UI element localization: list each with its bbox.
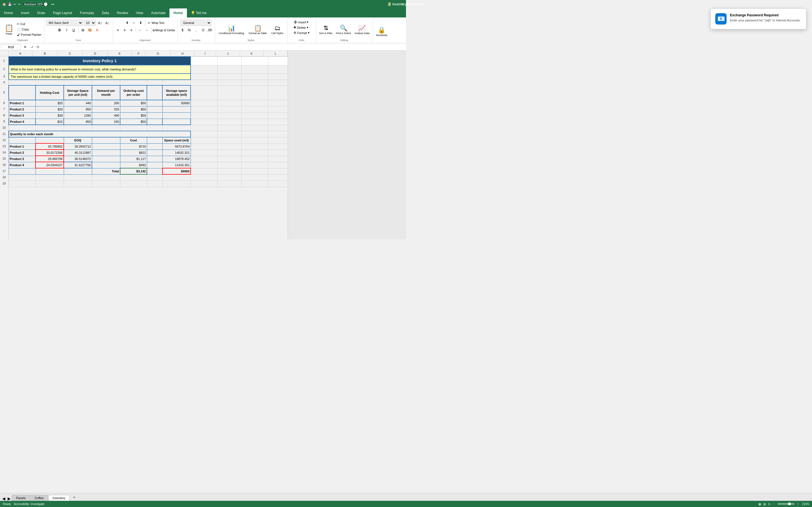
col-header-f[interactable]: F [132,51,146,56]
col-header-j[interactable]: J [216,51,240,56]
cell-i6[interactable] [217,100,241,106]
cell-k8[interactable] [268,112,288,119]
col-header-h[interactable]: H [170,51,195,56]
cell-c9[interactable]: 950 [64,119,92,125]
cell-j11[interactable] [241,131,268,137]
cell-b10[interactable] [36,125,64,131]
align-top-button[interactable]: ⬆ [124,20,130,26]
row-num-4[interactable]: 4 [0,79,8,85]
cell-h16[interactable] [191,162,217,168]
cell-c6[interactable]: 440 [64,100,92,106]
cell-h13[interactable] [191,144,217,150]
cell-d19[interactable] [92,180,120,187]
align-left-button[interactable]: ≡ [115,27,121,33]
cell-e5[interactable]: Ordering cost per order [120,86,147,100]
cell-a7[interactable]: Product 2 [9,106,36,112]
cell-j10[interactable] [241,125,268,131]
cell-f5[interactable] [147,86,162,100]
tab-home[interactable]: Home [0,8,17,17]
cell-h5[interactable] [191,86,217,100]
cell-a5[interactable] [9,86,36,100]
row-num-8[interactable]: 8 [0,112,8,118]
cell-i5[interactable] [217,86,241,100]
cell-k13[interactable] [268,144,288,150]
cell-j13[interactable] [241,144,268,150]
cell-e6[interactable]: $50 [120,100,147,106]
cell-b6[interactable]: $25 [36,100,64,106]
cell-i13[interactable] [217,144,241,150]
cell-h18[interactable] [191,174,217,180]
cell-a19[interactable] [9,180,36,187]
cell-j18[interactable] [241,174,268,180]
cell-e8[interactable]: $50 [120,112,147,119]
autosave-toggle[interactable]: AutoSave OFF [22,2,49,6]
cell-d13[interactable] [92,144,120,150]
cell-h17[interactable] [191,168,217,174]
decrease-decimal-button[interactable]: .0 [200,27,206,33]
col-header-k[interactable]: K [240,51,264,56]
cell-g17[interactable]: 50000 [162,168,191,174]
increase-font-btn[interactable]: A↑ [97,20,103,26]
cell-i7[interactable] [217,106,241,112]
cell-c16[interactable]: 31.6227766 [64,162,92,168]
cell-i19[interactable] [217,180,241,187]
cell-e17[interactable]: $3,142 [120,168,147,174]
row-num-17[interactable]: 17 [0,168,8,174]
cell-f10[interactable] [147,125,162,131]
cell-a9[interactable]: Product 4 [9,119,36,125]
row-num-13[interactable]: 13 [0,143,8,149]
cell-g10[interactable] [162,125,191,131]
cell-h3[interactable] [191,73,217,80]
indent-decrease-button[interactable]: ← [137,27,143,33]
cell-k4[interactable] [268,80,288,86]
number-format-select[interactable]: General [181,20,211,26]
cell-f18[interactable] [147,174,162,180]
decrease-font-btn[interactable]: A↓ [104,20,110,26]
cell-c13[interactable]: 28.2842712 [64,144,92,150]
redo-icon[interactable]: ↪ [18,3,20,6]
cell-f9[interactable] [147,119,162,125]
cell-h8[interactable] [191,112,217,119]
cell-a6[interactable]: Product 1 [9,100,36,106]
cell-b16[interactable]: 24.0344227 [36,162,64,168]
cell-f6[interactable] [147,100,162,106]
tab-draw[interactable]: Draw [33,8,49,17]
bold-button[interactable]: B [56,27,63,33]
cell-k15[interactable] [268,156,288,162]
cell-h6[interactable] [191,100,217,106]
row-num-14[interactable]: 14 [0,149,8,156]
undo-icon[interactable]: ↩ [13,3,16,6]
currency-button[interactable]: $ [179,27,186,33]
cell-h2[interactable] [191,65,217,73]
cell-i1[interactable] [217,57,241,65]
cell-j6[interactable] [241,100,268,106]
align-right-button[interactable]: ≡ [128,27,135,33]
italic-button[interactable]: I [63,27,70,33]
cell-b7[interactable]: $20 [36,106,64,112]
cell-i14[interactable] [217,150,241,156]
cell-j12[interactable] [241,137,268,144]
cell-c10[interactable] [64,125,92,131]
cell-k3[interactable] [268,73,288,80]
cell-d17[interactable]: Total [92,168,120,174]
cell-k17[interactable] [268,168,288,174]
cell-f13[interactable] [147,144,162,150]
cell-j15[interactable] [241,156,268,162]
increase-decimal-button[interactable]: .00 [206,27,213,33]
cell-i4[interactable] [217,80,241,86]
cell-d16[interactable] [92,162,120,168]
cell-i17[interactable] [217,168,241,174]
cell-f14[interactable] [147,150,162,156]
cell-i15[interactable] [217,156,241,162]
comma-button[interactable]: , [193,27,199,33]
cell-h19[interactable] [191,180,217,187]
cell-e15[interactable]: $1,117 [120,156,147,162]
row-num-5[interactable]: 5 [0,85,8,100]
fill-color-button[interactable]: 🎨 [87,27,93,33]
cell-c4[interactable] [64,80,92,86]
cell-j7[interactable] [241,106,268,112]
cell-j4[interactable] [241,80,268,86]
row-num-2[interactable]: 2 [0,65,8,73]
cell-a18[interactable] [9,174,36,180]
cell-a3[interactable]: The warehouse has a limited storage capa… [9,73,191,80]
